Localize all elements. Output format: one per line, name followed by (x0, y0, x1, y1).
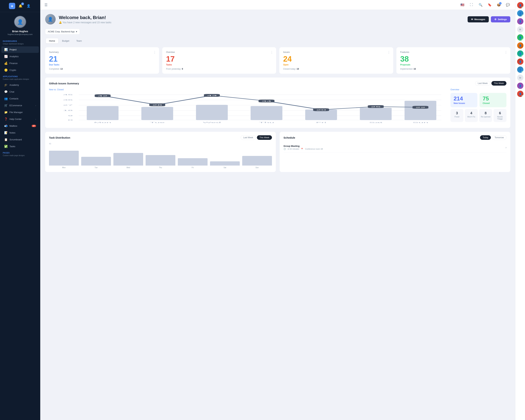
schedule-today-btn[interactable]: Today (480, 135, 491, 140)
notification-bell[interactable]: 🔔 3 (18, 3, 23, 9)
fullscreen-icon[interactable]: ⛶ (468, 2, 475, 8)
sidebar-item-project[interactable]: 📊 Project (1, 46, 39, 53)
github-card-header: Github Issues Summary Last Week This Wee… (49, 81, 506, 85)
sidebar-item-chat[interactable]: 💬 Chat (1, 89, 39, 95)
github-this-week-btn[interactable]: This Week (491, 81, 506, 85)
tab-team[interactable]: Team (73, 38, 85, 43)
rail-avatar-m1[interactable]: M (517, 26, 524, 33)
bell-icon: 🔔 (59, 21, 62, 24)
sidebar-item-contacts[interactable]: 👥 Contacts (1, 95, 39, 102)
notes-icon: 📝 (4, 131, 8, 134)
messages-button[interactable]: ✉ Messages (468, 16, 489, 22)
svg-text:42: 42 (98, 95, 108, 97)
svg-text:22: 22 (415, 107, 425, 108)
stat-sub-issues: Closed today: 19 (283, 68, 389, 70)
schedule-item-content: Group Meeting 🕐 in 32 minutes 📍 Conferen… (283, 145, 323, 150)
rail-avatar-1[interactable]: 👤 (517, 2, 524, 8)
inbox-icon[interactable]: 📦 5 (496, 2, 502, 8)
reopened-label: Re-opened (480, 116, 491, 118)
sidebar-item-finance[interactable]: 💰 Finance (1, 60, 39, 66)
app-logo[interactable]: ◈ (9, 3, 15, 9)
new-issues-number: 214 (454, 96, 474, 101)
chat-topnav-icon[interactable]: 💬 (505, 2, 511, 8)
svg-text:18: 18 (63, 110, 73, 111)
hamburger-button[interactable]: ☰ (45, 3, 47, 7)
stat-label-features: Proposals (400, 64, 506, 66)
mailbox-badge: 27 (32, 125, 36, 127)
sidebar-item-notes[interactable]: 📝 Notes (1, 130, 39, 136)
schedule-card: Schedule Today Tomorrow Group Meeting 🕐 … (280, 132, 510, 172)
sidebar-item-analytics[interactable]: 📈 Analytics (1, 53, 39, 60)
meeting-location: Conference room 1B (305, 148, 323, 150)
schedule-tomorrow-btn[interactable]: Tomorrow (492, 135, 506, 140)
welcome-avatar: 👤 (45, 14, 56, 25)
project-selector[interactable]: ACME Corp. Backend App ▾ (45, 29, 80, 35)
welcome-subtitle-text: You have 2 new messages and 15 new tasks (63, 21, 112, 24)
scrumboard-icon: 📋 (4, 138, 8, 141)
online-dot-4 (522, 39, 523, 40)
sidebar-item-helpcenter[interactable]: ❓ Help Center › (1, 116, 39, 122)
stat-label-overdue: Tasks (166, 64, 272, 66)
tab-budget[interactable]: Budget (59, 38, 73, 43)
user-email: hughes.brian@company.com (8, 33, 33, 35)
contacts-icon: 👥 (4, 97, 8, 100)
sidebar-item-academy[interactable]: 🎓 Academy (1, 82, 39, 88)
sidebar-item-mailbox[interactable]: 📬 Mailbox 27 (1, 123, 39, 129)
sidebar-header-icons: 🔔 3 👤 (18, 3, 31, 9)
sidebar-item-tasks[interactable]: ✅ Tasks (1, 143, 39, 150)
sidebar-item-label-ecommerce: ECommerce (9, 104, 22, 107)
flag-icon[interactable]: 🇺🇸 (459, 2, 466, 8)
rail-avatar-5[interactable]: 👤 (517, 42, 524, 49)
chart-area: New vs. Closed 45 36 (49, 88, 446, 124)
bar-label-mon: Mon (62, 167, 66, 168)
rail-avatar-3[interactable]: 👤 (517, 18, 524, 25)
stat-more-summary[interactable]: ⋮ (153, 50, 156, 54)
dashboards-sub: Unique dashboard designs (0, 43, 40, 46)
stat-number-issues: 24 (283, 55, 389, 63)
closed-label: Closed (483, 102, 503, 104)
rail-avatar-img-1: 👤 (519, 4, 522, 7)
task-this-week-btn[interactable]: This Week (257, 135, 272, 140)
github-card: Github Issues Summary Last Week This Wee… (45, 77, 510, 128)
rail-avatar-img-5: 👤 (519, 44, 522, 47)
tab-home[interactable]: Home (46, 38, 58, 43)
rail-avatar-8[interactable]: 👤 (517, 66, 524, 73)
sidebar-item-scrumboard[interactable]: 📋 Scrumboard (1, 136, 39, 143)
schedule-item-arrow-icon[interactable]: › (506, 146, 506, 149)
mini-stat-triage: 6 Needs Triage (494, 109, 506, 122)
stat-number-summary: 21 (49, 55, 155, 63)
stat-label-issues: Open (283, 64, 389, 66)
overview-title: Overview (450, 88, 506, 91)
github-card-title: Github Issues Summary (49, 82, 79, 85)
rail-avatar-2[interactable]: 👤 (517, 10, 524, 17)
github-last-week-btn[interactable]: Last Week (475, 81, 490, 85)
rail-avatar-9[interactable]: 👤 (517, 83, 524, 89)
location-icon: 📍 (301, 148, 303, 150)
search-icon[interactable]: 🔍 (478, 2, 484, 8)
stat-sub-summary: Completed: 13 (49, 68, 155, 70)
user-name: Brian Hughes (12, 30, 28, 33)
bookmark-icon[interactable]: 🔖 (487, 2, 493, 8)
rail-avatar-10[interactable]: 👤 (517, 91, 524, 97)
task-bar-mon: Mon (49, 151, 79, 168)
rail-avatar-img-3: 👤 (519, 20, 522, 23)
rail-avatar-4[interactable]: 👤 (517, 34, 524, 41)
settings-button[interactable]: ⚙ Settings (491, 16, 510, 22)
stat-more-features[interactable]: ⋮ (504, 50, 507, 54)
bar-sun (242, 156, 272, 166)
stat-more-overdue[interactable]: ⋮ (270, 50, 273, 54)
task-bar-fri: Fri (178, 158, 207, 168)
sidebar-item-ecommerce[interactable]: 🛒 ECommerce › (1, 102, 39, 109)
rail-avatar-6[interactable]: 👤 (517, 50, 524, 57)
user-icon[interactable]: 👤 (26, 3, 31, 9)
chart-container: 45 36 27 18 9 0 (49, 93, 446, 124)
rail-avatar-m2[interactable]: M (517, 75, 524, 81)
stat-more-issues[interactable]: ⋮ (387, 50, 390, 54)
sidebar-item-filemanager[interactable]: 📁 File Manager (1, 109, 39, 115)
svg-text:45: 45 (63, 94, 73, 95)
task-last-week-btn[interactable]: Last Week (241, 135, 256, 140)
sidebar-item-crypto[interactable]: 🪙 Crypto (1, 67, 39, 73)
chevron-down-icon: ▾ (76, 30, 77, 33)
rail-avatar-7[interactable]: 👤 (517, 58, 524, 65)
welcome-header: 👤 Welcome back, Brian! 🔔 You have 2 new … (45, 14, 510, 25)
